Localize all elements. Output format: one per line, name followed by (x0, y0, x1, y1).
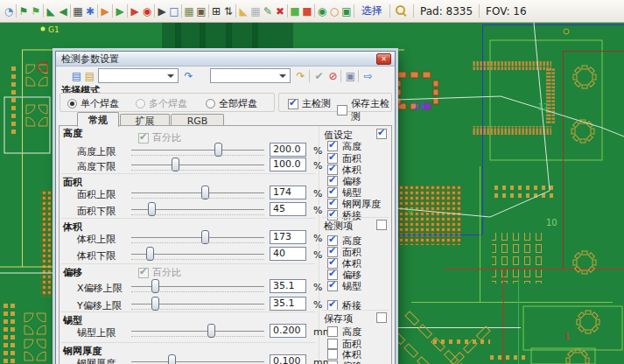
value-input[interactable]: 0.200 (270, 324, 306, 338)
group-check-detect-items[interactable] (376, 220, 387, 230)
radio-icon[interactable] (136, 99, 145, 108)
slider-track[interactable] (131, 331, 264, 332)
slider-track[interactable] (131, 150, 264, 150)
tab-general[interactable]: 常规 (77, 112, 119, 127)
select-area-icon[interactable]: □ (168, 1, 180, 22)
apply-left-icon[interactable]: ↷ (182, 68, 195, 84)
sort-az-icon[interactable]: ⇅ (222, 1, 235, 22)
checkbox-icon[interactable] (138, 268, 149, 278)
value-input[interactable]: 174 (270, 186, 306, 200)
save-template-icon[interactable]: ▤ (70, 68, 83, 84)
group-check-value-set[interactable] (376, 129, 387, 139)
save-main-detect-check[interactable]: 保存主检测 (337, 97, 391, 123)
radio-single-pad[interactable]: 单个焊盘 (67, 97, 119, 110)
set-square-icon[interactable]: ◣ (237, 1, 249, 22)
add-template-icon[interactable]: ▤ (83, 68, 96, 84)
pin-dark-icon[interactable]: ▶ (156, 1, 168, 22)
history-icon[interactable]: ◔ (3, 1, 15, 22)
table-icon[interactable]: ▦ (183, 1, 195, 22)
checkbox-label: 百分比 (152, 266, 181, 279)
camera-icon[interactable]: ▣ (195, 1, 207, 22)
checkbox-icon[interactable] (327, 360, 338, 364)
checkbox-item[interactable]: 高度 (327, 326, 361, 338)
unit-label: % (313, 145, 322, 157)
pin-red-icon[interactable]: ▶ (129, 1, 141, 22)
cone-icon[interactable]: ◀ (57, 1, 69, 22)
percent-check-offset[interactable]: 百分比 (138, 266, 181, 279)
slider-thumb[interactable] (168, 354, 176, 364)
pin-orange-icon[interactable]: ▶ (99, 1, 111, 22)
pad-count-status: Pad: 8335 (415, 5, 478, 18)
radio-multi-pad[interactable]: 多个焊盘 (136, 97, 187, 110)
slider-track[interactable] (131, 164, 264, 165)
checkbox-label: 偏移 (342, 360, 361, 364)
flag-green-2-icon[interactable]: ⚑ (30, 1, 42, 22)
checkbox-icon[interactable] (288, 99, 298, 109)
value-input[interactable]: 40 (270, 247, 306, 261)
select-mode-button[interactable]: 选择 (355, 4, 389, 18)
checkbox-icon[interactable] (327, 349, 338, 360)
dialog-titlebar[interactable]: 检测参数设置 (56, 52, 395, 66)
edit-chart-icon[interactable]: ✎ (262, 1, 274, 22)
radio-icon[interactable] (67, 99, 77, 108)
save-icon[interactable]: ▣ (344, 68, 357, 84)
checkbox-icon[interactable] (337, 105, 347, 116)
toolbar-separator (181, 4, 182, 18)
box-icon[interactable]: ▣ (340, 1, 353, 22)
param-row-solder-shape: 锡型上限 0.200 mm (60, 324, 319, 340)
checkbox-item[interactable]: 高度 (327, 140, 361, 152)
template-combobox-2[interactable] (210, 68, 291, 83)
pin-green-icon[interactable]: ▶ (114, 1, 126, 22)
template-combobox-1[interactable] (98, 68, 179, 83)
target-icon[interactable]: ◉ (316, 1, 328, 22)
checkbox-icon[interactable] (327, 281, 338, 291)
param-label: 高度上限 (77, 145, 116, 158)
value-input[interactable]: 100.0 (270, 158, 306, 172)
tools-icon[interactable]: ✱ (84, 1, 96, 22)
group-check-save-items[interactable] (376, 312, 387, 323)
value-input[interactable]: 0.100 (270, 354, 306, 364)
checkbox-icon[interactable] (327, 326, 338, 337)
close-button[interactable]: ✕ (376, 53, 391, 65)
slider-track[interactable] (131, 361, 264, 362)
delete-icon[interactable]: ✖ (274, 1, 286, 22)
slider-ticks (131, 170, 264, 171)
radio-icon[interactable] (206, 99, 215, 108)
ring-icon[interactable]: ○ (328, 1, 340, 22)
slider-ticks (131, 155, 264, 156)
image-icon[interactable]: ▦ (72, 1, 84, 22)
zoom-icon[interactable] (396, 5, 408, 18)
radio-all-pads[interactable]: 全部焊盘 (206, 97, 257, 110)
map-pin-icon[interactable]: ◉ (141, 1, 153, 22)
slider-track[interactable] (131, 192, 264, 193)
checkbox-item[interactable]: 锡型 (327, 280, 361, 292)
main-toolbar: ◔ ⚑ ⚑ ◣ ◀ ▦ ✱ ▶ ▶ ▶ ◉ ▶ □ ▦ ▣ ⊞ ⇅ ◣ ▦ ✎ … (0, 0, 624, 23)
slider-track[interactable] (131, 209, 264, 210)
main-detect-check[interactable]: 主检测 (288, 97, 331, 110)
main-detect-groupbox: 主检测 保存主检测 (278, 93, 392, 112)
green-square-icon[interactable]: ■ (289, 1, 301, 22)
apply-right-icon[interactable]: ↷ (294, 68, 307, 84)
slider-track[interactable] (131, 254, 264, 255)
measure-triangle-icon[interactable]: ◣ (45, 1, 57, 22)
value-input[interactable]: 35.1 (270, 279, 306, 293)
value-input[interactable]: 200.0 (270, 143, 306, 157)
flag-green-icon[interactable]: ⚑ (18, 1, 30, 22)
forbid-icon[interactable]: ⊘ (326, 68, 340, 84)
unit-label: % (313, 205, 322, 216)
value-input[interactable]: 173 (270, 230, 306, 244)
value-input[interactable]: 45 (270, 202, 306, 216)
grid-icon[interactable]: ▦ (249, 1, 262, 22)
red-square-icon[interactable]: ■ (301, 1, 313, 22)
toolbar-separator (287, 4, 288, 18)
exit-icon[interactable]: ⇨ (361, 68, 375, 84)
checkbox-icon[interactable] (327, 141, 338, 151)
value-input[interactable]: 35.1 (270, 297, 306, 311)
slider-track[interactable] (131, 304, 264, 304)
checkbox-item[interactable]: 偏移 (327, 360, 361, 364)
slider-track[interactable] (131, 286, 264, 287)
tiles-icon[interactable]: ⊞ (210, 1, 222, 22)
slider-track[interactable] (131, 237, 264, 238)
confirm-icon[interactable]: ✔ (312, 68, 326, 84)
checkbox-icon[interactable] (138, 133, 149, 144)
